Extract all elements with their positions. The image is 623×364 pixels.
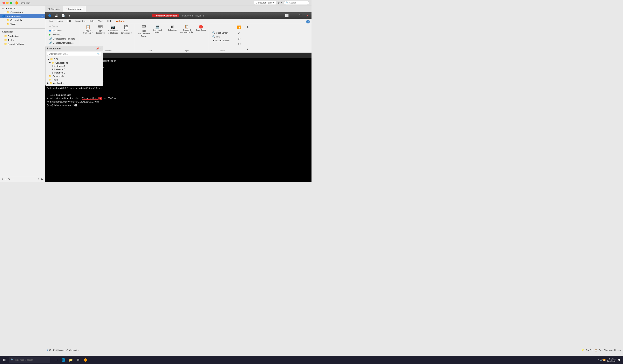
command-tasks-button[interactable]: 💻 CommandTasks ▾ — [152, 24, 163, 34]
more-button[interactable]: ⋯ — [11, 177, 14, 181]
nav-instance-a-label: instance-A — [54, 65, 65, 67]
clear-screen-button[interactable]: 🔍 Clear Screen — [211, 31, 231, 35]
sidebar-app-tasks[interactable]: 📁 Tasks — [0, 38, 45, 42]
nav-tasks-item[interactable]: 📁 Tasks — [45, 78, 103, 81]
play-controls[interactable]: ▷ ▾ — [278, 1, 282, 4]
signal-icon: 📶 — [237, 25, 241, 29]
computer-name-dropdown[interactable]: Computer Name ▾ — [254, 1, 276, 5]
menu-actions[interactable]: Actions — [114, 19, 127, 23]
credentials-label: Credentials — [10, 19, 22, 21]
save-screenshot-icon: 💾 — [124, 25, 129, 29]
nav-application-label: Application — [53, 82, 64, 85]
connect-template-button[interactable]: 🔗 Connect using Template › — [48, 37, 79, 41]
nav-credentials-item[interactable]: 📁 Credentials — [45, 74, 103, 78]
settings-button[interactable]: ⚙ — [7, 177, 10, 181]
record-session-button[interactable]: ⏺ Record Session — [211, 39, 231, 43]
mac-window-controls — [2, 2, 12, 4]
sidebar-tasks[interactable]: 📁 Tasks — [0, 22, 45, 26]
screenshot-clipboard-button[interactable]: 📷 Screenshotto Clipboard — [107, 24, 119, 35]
nav-tree: ▼ 📁 OCI ▼ 📁 Connections 🖥 instance-A 🖥 i… — [45, 57, 103, 86]
disconnect-button[interactable]: ◼ Disconnect — [48, 29, 79, 32]
play-button[interactable]: ▶ — [41, 177, 44, 181]
menu-file[interactable]: File — [47, 19, 55, 23]
sidebar-footer: + − ⚙ ⋯ ☆ ▶ — [0, 176, 45, 182]
maximize-inner-button[interactable]: ⬛ — [298, 14, 304, 18]
save-screenshot-button[interactable]: 💾 SaveScreenshot ▾ — [120, 24, 133, 35]
minimize-inner-button[interactable]: — — [291, 14, 296, 18]
copy-label: Copy toClipboard ▾ — [83, 30, 93, 34]
restore-button[interactable]: ⬜ — [284, 14, 290, 18]
key-sequence-button[interactable]: ⌨▣▤ Key SequenceTasks ▾ — [137, 24, 152, 38]
tab-overview[interactable]: ⊞ Overview — [45, 6, 63, 12]
send-break-button[interactable]: 🛑 Send Break — [195, 24, 207, 32]
nav-connections-icon: 📁 — [52, 61, 55, 64]
minimize-button[interactable] — [6, 2, 9, 4]
menu-templates[interactable]: Templates — [73, 19, 87, 23]
nav-search: 🔍 — [47, 52, 101, 56]
sidebar-default-settings[interactable]: 📁 Default Settings — [0, 42, 45, 46]
nav-oci-item[interactable]: ▼ 📁 OCI — [45, 57, 103, 61]
nav-instance-b[interactable]: 🖥 instance-B — [45, 68, 103, 71]
reconnect-button[interactable]: ▶ Reconnect — [48, 33, 79, 36]
ribbon-scroll-down[interactable]: ▼ — [246, 47, 249, 51]
connect-options-button[interactable]: 🔗 Connect with Options › — [48, 41, 79, 45]
hub-icon: 🔵 — [2, 15, 5, 18]
nav-search-input[interactable] — [47, 52, 101, 56]
menu-data[interactable]: Data — [87, 19, 96, 23]
annotation-badge-2: 2 — [99, 97, 102, 100]
selection-label: Selection ▾ — [168, 29, 178, 31]
inner-back-icon[interactable]: 🔵 — [47, 14, 52, 18]
help-icon[interactable]: ? — [306, 20, 310, 23]
inner-save-icon[interactable]: 💾 — [53, 14, 59, 18]
transfer-button[interactable]: ⇄ — [237, 36, 242, 41]
add-button[interactable]: + — [2, 177, 3, 181]
inner-doc-icon[interactable]: 📄 — [60, 14, 66, 18]
menu-view[interactable]: View — [96, 19, 105, 23]
credentials-folder-icon: 📁 — [7, 19, 9, 21]
packet-loss-highlight: 0% packet loss, — [82, 97, 99, 100]
menu-home[interactable]: Home — [55, 19, 65, 23]
sidebar-app-credentials[interactable]: 📁 Credentials — [0, 34, 45, 38]
sidebar-hub-step-stone[interactable]: 🔵 hub-step-stone ▲ — [0, 14, 45, 18]
cut-button[interactable]: ✂ — [237, 42, 242, 46]
nav-connections-item[interactable]: ▼ 📁 Connections — [45, 61, 103, 64]
nav-application-item[interactable]: ▶ 📁 Application — [45, 81, 103, 85]
copy-to-clipboard-button[interactable]: 📋 Copy toClipboard ▾ — [82, 24, 94, 35]
application-title: Application — [0, 29, 45, 34]
nav-instance-a[interactable]: 🖥 instance-A — [45, 64, 103, 68]
term-line-14: [opc@ih-instance-vcn-b ~]$ — [47, 104, 310, 107]
minus-button[interactable]: − — [4, 177, 6, 181]
nav-instance-c[interactable]: 🖥 instance-C — [45, 71, 103, 74]
menu-edit[interactable]: Edit — [65, 19, 73, 23]
nav-header: ℹ Navigation 📌 ✕ — [45, 46, 103, 51]
star-button[interactable]: ☆ — [37, 177, 40, 181]
selection-button[interactable]: ◧ Selection ▾ — [167, 24, 178, 32]
find-button[interactable]: 🔍 Find — [211, 35, 231, 39]
sidebar-connections-group[interactable]: ▼ 📁 Connections — [0, 10, 45, 14]
disconnect-label: Disconnect — [52, 29, 62, 32]
arrows-button[interactable]: ⤢ — [237, 30, 242, 35]
up-icon: ▲ — [41, 15, 43, 17]
inner-more-icon[interactable]: ▼ — [67, 14, 72, 18]
hub-label: hub-step-stone — [6, 15, 21, 18]
close-button[interactable] — [2, 2, 5, 4]
nav-close-button[interactable]: ✕ — [99, 47, 101, 50]
nav-oci-icon: 📁 — [50, 58, 53, 61]
clipboard-keyboard-button[interactable]: 📋 Clipboardand Keyboard ▾ — [179, 24, 195, 34]
ribbon-scroll-up[interactable]: ▲ — [246, 25, 249, 28]
nav-pin-button[interactable]: 📌 — [96, 47, 99, 50]
app-cred-icon: 📁 — [4, 35, 7, 38]
maximize-button[interactable] — [10, 2, 12, 4]
sidebar-oracle-tsx[interactable]: ⚠ Oracle TSX — [0, 7, 45, 10]
sidebar-credentials[interactable]: 📁 Credentials — [0, 18, 45, 22]
search-bar[interactable]: 🔍 Search — [284, 1, 309, 5]
menu-help[interactable]: Help — [105, 19, 114, 23]
key-seq-icon: ⌨▣▤ — [142, 25, 146, 32]
signal-icon-button[interactable]: 📶 — [236, 25, 243, 30]
main-area: ⊞ Overview ✕ hub-step-stone 🔵 💾 📄 ▼ Term… — [45, 6, 312, 182]
type-clipboard-button[interactable]: ⌨ TypeClipboard ▾ — [94, 24, 106, 35]
tab-hub-step-stone[interactable]: ✕ hub-step-stone — [63, 6, 86, 12]
terminal-group-label: Terminal — [218, 50, 224, 52]
tasks-folder-icon: 📁 — [7, 23, 9, 25]
close-inner-button[interactable]: ✕ — [305, 14, 310, 18]
